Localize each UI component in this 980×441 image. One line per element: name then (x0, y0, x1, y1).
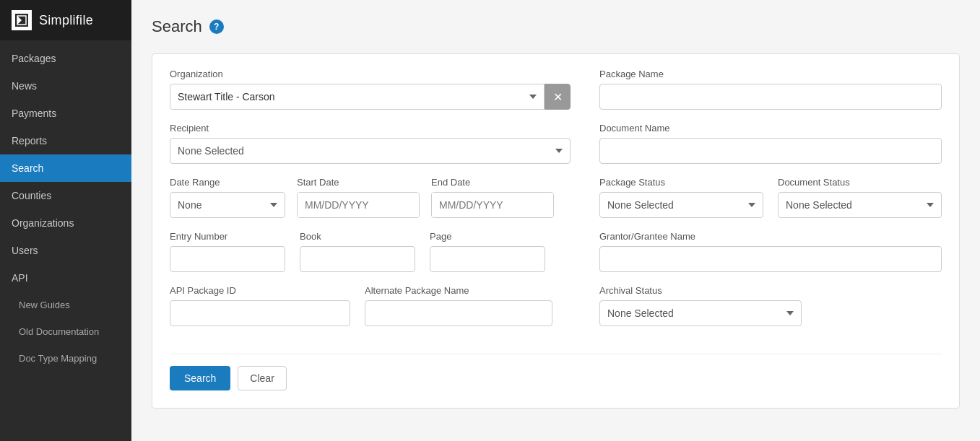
book-group: Book (300, 231, 415, 272)
start-date-input[interactable] (298, 193, 420, 217)
sidebar-item-api[interactable]: API (0, 264, 131, 292)
sidebar-item-packages[interactable]: Packages (0, 45, 131, 72)
document-name-label: Document Name (599, 123, 942, 134)
entry-book-page-row: Entry Number Book Page (170, 231, 571, 272)
sidebar-item-old-documentation[interactable]: Old Documentation (0, 318, 131, 345)
form-actions: Search Clear (170, 354, 942, 390)
date-range-label: Date Range (170, 177, 285, 188)
package-name-group: Package Name (599, 69, 942, 110)
sidebar-item-news[interactable]: News (0, 72, 131, 100)
organization-clear-button[interactable]: ✕ (545, 84, 571, 110)
start-date-label: Start Date (297, 177, 420, 188)
sidebar-nav: Packages News Payments Reports Search Co… (0, 45, 131, 372)
form-columns: Organization Stewart Title - Carson ✕ Re… (170, 69, 942, 339)
page-group: Page (430, 231, 545, 272)
page-input[interactable] (430, 246, 545, 272)
sidebar-item-search[interactable]: Search (0, 154, 131, 182)
end-date-input[interactable] (432, 193, 554, 217)
document-name-group: Document Name (599, 123, 942, 164)
document-status-label: Document Status (778, 177, 942, 188)
package-status-select[interactable]: None Selected (599, 192, 763, 218)
date-range-row: Date Range None Start Date (170, 177, 571, 218)
entry-number-input[interactable] (170, 246, 285, 272)
logo-icon (12, 10, 32, 30)
archival-status-label: Archival Status (599, 285, 942, 296)
organization-select[interactable]: Stewart Title - Carson (170, 84, 545, 110)
search-form: Organization Stewart Title - Carson ✕ Re… (152, 53, 960, 409)
recipient-group: Recipient None Selected (170, 123, 571, 164)
api-package-id-group: API Package ID (170, 285, 350, 326)
form-left: Organization Stewart Title - Carson ✕ Re… (170, 69, 571, 339)
entry-number-group: Entry Number (170, 231, 285, 272)
sidebar-item-organizations[interactable]: Organizations (0, 209, 131, 237)
book-label: Book (300, 231, 415, 242)
status-row: Package Status None Selected Document St… (599, 177, 942, 218)
sidebar-item-reports[interactable]: Reports (0, 127, 131, 154)
document-status-group: Document Status None Selected (778, 177, 942, 218)
sidebar: Simplifile Packages News Payments Report… (0, 0, 131, 441)
organization-group: Organization Stewart Title - Carson ✕ (170, 69, 571, 110)
api-alt-row: API Package ID Alternate Package Name (170, 285, 571, 326)
document-status-select[interactable]: None Selected (778, 192, 942, 218)
start-date-group: Start Date (297, 177, 420, 218)
date-range-group: Date Range None (170, 177, 285, 218)
package-name-label: Package Name (599, 69, 942, 79)
api-package-id-label: API Package ID (170, 285, 350, 296)
app-name: Simplifile (39, 13, 93, 28)
sidebar-item-payments[interactable]: Payments (0, 100, 131, 127)
package-status-label: Package Status (599, 177, 763, 188)
alternate-package-name-label: Alternate Package Name (365, 285, 552, 296)
grantor-grantee-group: Grantor/Grantee Name (599, 231, 942, 272)
sidebar-item-doc-type-mapping[interactable]: Doc Type Mapping (0, 345, 131, 372)
sidebar-item-new-guides[interactable]: New Guides (0, 292, 131, 318)
page-title: Search (152, 17, 202, 36)
form-right: Package Name Document Name Package Statu… (599, 69, 942, 339)
start-date-wrap (297, 192, 420, 218)
sidebar-item-users[interactable]: Users (0, 237, 131, 264)
entry-number-label: Entry Number (170, 231, 285, 242)
sidebar-item-counties[interactable]: Counties (0, 182, 131, 209)
archival-status-group: Archival Status None Selected (599, 285, 942, 326)
end-date-wrap (431, 192, 554, 218)
grantor-grantee-label: Grantor/Grantee Name (599, 231, 942, 242)
archival-status-select[interactable]: None Selected (599, 300, 802, 326)
package-name-input[interactable] (599, 84, 942, 110)
alternate-package-name-group: Alternate Package Name (365, 285, 552, 326)
date-range-select[interactable]: None (170, 192, 285, 218)
alternate-package-name-input[interactable] (365, 300, 552, 326)
recipient-label: Recipient (170, 123, 571, 134)
api-package-id-input[interactable] (170, 300, 350, 326)
organization-label: Organization (170, 69, 571, 79)
page-label: Page (430, 231, 545, 242)
search-button[interactable]: Search (170, 366, 230, 390)
document-name-input[interactable] (599, 138, 942, 164)
end-date-group: End Date (431, 177, 554, 218)
main-content: Search ? Organization Stewart Title - Ca… (131, 0, 980, 441)
clear-button[interactable]: Clear (238, 366, 286, 390)
organization-input-wrap: Stewart Title - Carson ✕ (170, 84, 571, 110)
grantor-grantee-input[interactable] (599, 246, 942, 272)
app-logo: Simplifile (0, 0, 131, 40)
end-date-label: End Date (431, 177, 554, 188)
help-icon[interactable]: ? (209, 19, 224, 34)
book-input[interactable] (300, 246, 415, 272)
recipient-select[interactable]: None Selected (170, 138, 571, 164)
page-header: Search ? (152, 17, 960, 36)
package-status-group: Package Status None Selected (599, 177, 763, 218)
